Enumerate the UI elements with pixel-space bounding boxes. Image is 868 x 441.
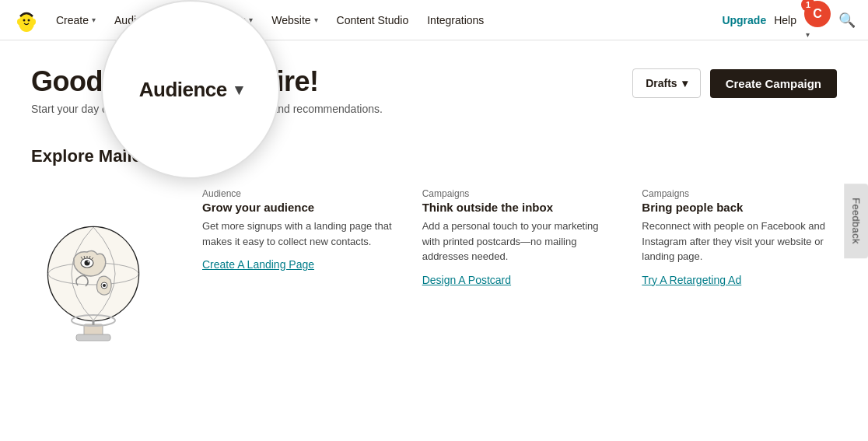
subtext: Start your day off right—check your acco… xyxy=(31,103,383,115)
explore-cards: Audience Grow your audience Get more sig… xyxy=(202,188,837,286)
nav-content-studio[interactable]: Content Studio xyxy=(329,9,417,31)
card-3-desc: Reconnect with people on Facebook and In… xyxy=(642,219,837,264)
globe-illustration xyxy=(31,188,171,346)
card-think-inbox: Campaigns Think outside the inbox Add a … xyxy=(422,188,642,286)
card-1-title: Grow your audience xyxy=(202,201,397,214)
greeting-text: Good morning, Claire! xyxy=(31,65,383,98)
upgrade-link[interactable]: Upgrade xyxy=(722,14,766,26)
audience-chevron-icon: ▾ xyxy=(163,16,166,24)
svg-point-14 xyxy=(85,261,90,266)
create-campaign-button[interactable]: Create Campaign xyxy=(710,69,837,98)
card-2-title: Think outside the inbox xyxy=(422,201,618,214)
nav-website[interactable]: Website ▾ xyxy=(264,9,325,31)
navbar: Create ▾ Audience ▾ Automations ▾ Websit… xyxy=(0,0,868,40)
try-retargeting-link[interactable]: Try A Retargeting Ad xyxy=(642,274,741,286)
card-2-category: Campaigns xyxy=(422,188,618,199)
svg-rect-7 xyxy=(76,334,110,341)
create-chevron-icon: ▾ xyxy=(92,16,96,24)
explore-section: Explore Mailchimp xyxy=(31,146,837,346)
automations-chevron-icon: ▾ xyxy=(249,16,253,24)
avatar-wrap[interactable]: 1 C ▾ xyxy=(804,1,831,40)
card-retargeting: Campaigns Bring people back Reconnect wi… xyxy=(642,188,837,286)
help-link[interactable]: Help xyxy=(774,14,796,26)
mailchimp-logo[interactable] xyxy=(12,6,40,34)
card-3-title: Bring people back xyxy=(642,201,837,214)
card-grow-audience: Audience Grow your audience Get more sig… xyxy=(202,188,422,286)
drafts-button[interactable]: Drafts ▾ xyxy=(632,68,700,98)
feedback-tab[interactable]: Feedback xyxy=(844,184,868,258)
card-2-desc: Add a personal touch to your marketing w… xyxy=(422,219,618,264)
nav-audience[interactable]: Audience ▾ xyxy=(107,9,174,31)
globe-svg xyxy=(31,188,156,344)
nav-integrations[interactable]: Integrations xyxy=(419,9,492,31)
notification-badge: 1 xyxy=(801,0,815,12)
svg-point-4 xyxy=(17,19,22,25)
greeting-block: Good morning, Claire! Start your day off… xyxy=(31,65,383,115)
nav-create[interactable]: Create ▾ xyxy=(48,9,103,31)
design-postcard-link[interactable]: Design A Postcard xyxy=(422,274,511,286)
card-1-category: Audience xyxy=(202,188,397,199)
website-chevron-icon: ▾ xyxy=(314,16,318,24)
svg-point-5 xyxy=(31,19,36,25)
svg-point-2 xyxy=(23,19,26,21)
nav-right: Upgrade Help 1 C ▾ 🔍 xyxy=(722,1,856,40)
svg-point-15 xyxy=(88,261,89,263)
explore-title: Explore Mailchimp xyxy=(31,146,837,166)
svg-point-17 xyxy=(103,284,106,287)
page-header-row: Good morning, Claire! Start your day off… xyxy=(31,65,837,115)
avatar-chevron-icon: ▾ xyxy=(806,30,810,39)
search-icon[interactable]: 🔍 xyxy=(838,12,856,29)
card-3-category: Campaigns xyxy=(642,188,837,199)
explore-grid: Audience Grow your audience Get more sig… xyxy=(31,188,837,346)
card-1-desc: Get more signups with a landing page tha… xyxy=(202,219,397,249)
main-content: Good morning, Claire! Start your day off… xyxy=(0,40,868,377)
svg-point-3 xyxy=(28,19,30,21)
create-landing-page-link[interactable]: Create A Landing Page xyxy=(202,258,314,271)
drafts-chevron-icon: ▾ xyxy=(682,77,688,89)
nav-automations[interactable]: Automations ▾ xyxy=(177,9,261,31)
header-actions: Drafts ▾ Create Campaign xyxy=(632,68,837,98)
